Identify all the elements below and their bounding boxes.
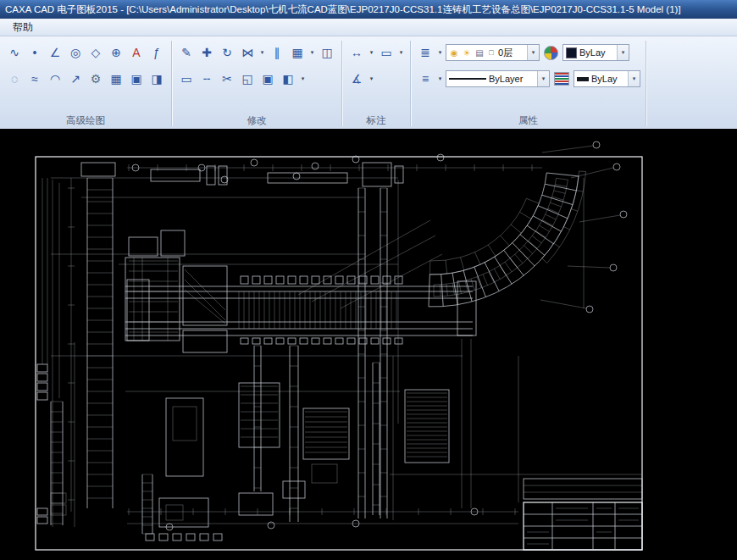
chevron-down-icon[interactable]: ▾ bbox=[527, 45, 539, 60]
angle-line-icon[interactable]: ∠ bbox=[46, 43, 64, 62]
modify-row-2: ▭ ╌ ✂ ◱ ▣ ◧ ▾ bbox=[177, 68, 336, 90]
layers-icon[interactable]: ≣ bbox=[416, 43, 435, 62]
group-modify: ✎ ✚ ↻ ⋈ ▾ ∥ ▦ ▾ ◫ ▭ ╌ ✂ ◱ ▣ ◧ ▾ bbox=[172, 36, 341, 129]
modify-row-1: ✎ ✚ ↻ ⋈ ▾ ∥ ▦ ▾ ◫ bbox=[177, 42, 336, 64]
pencil-icon[interactable]: ✎ bbox=[177, 43, 196, 62]
dimension-angle-icon[interactable]: ∡ bbox=[347, 69, 366, 88]
block-icon[interactable]: ◧ bbox=[279, 69, 297, 88]
layer-box-icon: □ bbox=[487, 47, 496, 58]
arrow-icon[interactable]: ↗ bbox=[66, 69, 85, 88]
chevron-down-icon[interactable]: ▾ bbox=[617, 45, 629, 60]
group-advanced-draw: ∿ • ∠ ◎ ◇ ⊕ A ƒ ◌ ≈ ◠ ↗ ⚙ ▦ ▣ ◨ bbox=[0, 36, 171, 129]
line-properties-icon[interactable]: ≡ bbox=[416, 69, 435, 88]
point-icon[interactable]: • bbox=[25, 43, 44, 62]
group-properties: ≣ ▾ ◉ ☀ ▤ □ 0层 ▾ ByLay bbox=[411, 36, 646, 129]
properties-row-2: ≡ ▾ ByLayer ▾ ByLay ▾ bbox=[416, 68, 640, 90]
advanced-draw-row-1: ∿ • ∠ ◎ ◇ ⊕ A ƒ bbox=[5, 42, 166, 64]
menu-bar: 帮助 bbox=[0, 19, 737, 36]
linewidth-icon[interactable] bbox=[554, 72, 569, 86]
donut-icon[interactable]: ◌ bbox=[5, 69, 24, 88]
polygon-icon[interactable]: ◇ bbox=[86, 43, 105, 62]
application-window: CAXA CAD 电子图板2015 - [C:\Users\Administra… bbox=[0, 0, 737, 560]
formula-icon[interactable]: ƒ bbox=[147, 43, 166, 62]
wave-line-icon[interactable]: ≈ bbox=[25, 69, 44, 88]
array-icon[interactable]: ▦ bbox=[288, 43, 307, 62]
offset-icon[interactable]: ∥ bbox=[268, 43, 286, 62]
window-title: CAXA CAD 电子图板2015 - [C:\Users\Administra… bbox=[5, 3, 681, 16]
linetype-preview bbox=[449, 78, 486, 80]
chevron-down-icon[interactable]: ▾ bbox=[368, 49, 375, 56]
dimension-row-1: ↔ ▾ ▭ ▾ bbox=[347, 42, 405, 64]
group-label-advanced-draw: 高级绘图 bbox=[5, 114, 166, 129]
arc-icon[interactable]: ◠ bbox=[46, 69, 64, 88]
chevron-down-icon[interactable]: ▾ bbox=[258, 49, 266, 56]
gear-icon[interactable]: ⚙ bbox=[86, 69, 105, 88]
ellipse-icon[interactable]: ◎ bbox=[66, 43, 85, 62]
color-combo-value: ByLay bbox=[579, 47, 606, 58]
sheets-icon[interactable]: ◨ bbox=[147, 69, 166, 88]
chevron-down-icon[interactable]: ▾ bbox=[397, 49, 405, 56]
menu-item-help[interactable]: 帮助 bbox=[5, 19, 41, 36]
layer-combo-value: 0层 bbox=[498, 47, 513, 59]
color-wheel-icon[interactable] bbox=[544, 46, 558, 60]
advanced-draw-row-2: ◌ ≈ ◠ ↗ ⚙ ▦ ▣ ◨ bbox=[5, 68, 166, 90]
chevron-down-icon[interactable]: ▾ bbox=[368, 75, 375, 82]
chevron-down-icon[interactable]: ▾ bbox=[436, 49, 444, 56]
image-icon[interactable]: ▣ bbox=[127, 69, 146, 88]
chevron-down-icon[interactable]: ▾ bbox=[628, 71, 640, 86]
bulb-icon: ◉ bbox=[449, 47, 459, 58]
chevron-down-icon[interactable]: ▾ bbox=[308, 49, 316, 56]
group-label-modify: 修改 bbox=[177, 114, 336, 129]
group-label-dimension: 标注 bbox=[347, 114, 405, 129]
title-bar: CAXA CAD 电子图板2015 - [C:\Users\Administra… bbox=[0, 0, 737, 19]
cad-drawing bbox=[0, 129, 737, 560]
group-label-properties: 属性 bbox=[416, 114, 640, 129]
dimension-frame-icon[interactable]: ▭ bbox=[377, 43, 396, 62]
properties-row-1: ≣ ▾ ◉ ☀ ▤ □ 0层 ▾ ByLay bbox=[416, 42, 640, 64]
clip-icon[interactable]: ◱ bbox=[238, 69, 257, 88]
dimension-linear-icon[interactable]: ↔ bbox=[347, 43, 366, 62]
linewidth-preview bbox=[577, 77, 589, 81]
circle-center-icon[interactable]: ⊕ bbox=[107, 43, 125, 62]
grid-icon[interactable]: ▦ bbox=[107, 69, 125, 88]
text-icon[interactable]: A bbox=[127, 43, 146, 62]
move-icon[interactable]: ✚ bbox=[197, 43, 216, 62]
ribbon-toolbar: ∿ • ∠ ◎ ◇ ⊕ A ƒ ◌ ≈ ◠ ↗ ⚙ ▦ ▣ ◨ bbox=[0, 36, 737, 130]
spline-icon[interactable]: ∿ bbox=[5, 43, 24, 62]
rectangle-icon[interactable]: ▭ bbox=[177, 69, 196, 88]
chamfer-icon[interactable]: ◫ bbox=[318, 43, 336, 62]
rotate-icon[interactable]: ↻ bbox=[218, 43, 236, 62]
color-swatch bbox=[566, 47, 577, 58]
chevron-down-icon[interactable]: ▾ bbox=[299, 75, 307, 82]
chevron-down-icon[interactable]: ▾ bbox=[537, 71, 549, 86]
sun-icon: ☀ bbox=[462, 47, 472, 58]
linewidth-combo[interactable]: ByLay ▾ bbox=[574, 70, 640, 87]
chevron-down-icon[interactable]: ▾ bbox=[436, 75, 444, 82]
group-dimension: ↔ ▾ ▭ ▾ ∡ ▾ 标注 bbox=[342, 36, 410, 129]
mirror-icon[interactable]: ⋈ bbox=[238, 43, 257, 62]
drawing-canvas[interactable] bbox=[0, 129, 737, 560]
linewidth-combo-value: ByLay bbox=[591, 74, 618, 84]
printer-icon: ▤ bbox=[474, 47, 485, 58]
trim-icon[interactable]: ✂ bbox=[218, 69, 236, 88]
layer-combo[interactable]: ◉ ☀ ▤ □ 0层 ▾ bbox=[446, 44, 540, 61]
color-combo[interactable]: ByLay ▾ bbox=[562, 44, 629, 61]
dimension-row-2: ∡ ▾ bbox=[347, 68, 405, 90]
linetype-combo[interactable]: ByLayer ▾ bbox=[446, 70, 550, 87]
linetype-combo-value: ByLayer bbox=[489, 74, 523, 84]
breakline-icon[interactable]: ╌ bbox=[197, 69, 216, 88]
stamp-icon[interactable]: ▣ bbox=[258, 69, 277, 88]
